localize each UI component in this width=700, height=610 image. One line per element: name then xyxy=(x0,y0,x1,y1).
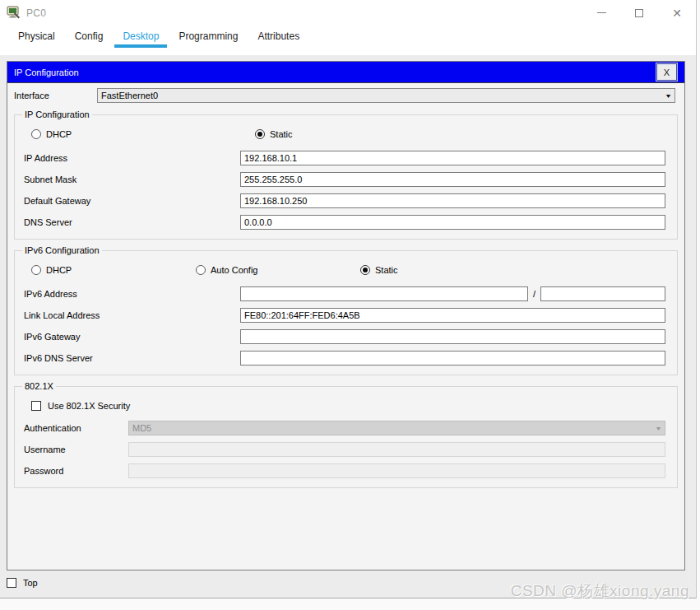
password-input xyxy=(128,463,665,478)
ipv6-gateway-label: IPv6 Gateway xyxy=(24,332,240,342)
close-icon: ✕ xyxy=(672,7,682,19)
ip-address-input[interactable] xyxy=(240,151,665,165)
tab-attributes[interactable]: Attributes xyxy=(248,26,309,48)
dns-server-input[interactable] xyxy=(240,215,665,230)
radio-dhcp-control[interactable] xyxy=(31,129,41,139)
authentication-row: Authentication MD5 ▼ xyxy=(15,417,671,439)
ip-address-label: IP Address xyxy=(24,153,240,163)
ipv6-configuration-group: IPv6 Configuration DHCP Auto Config S xyxy=(14,245,678,375)
password-row: Password xyxy=(15,460,671,482)
maximize-icon xyxy=(635,9,643,17)
ipv6-prefix-input[interactable] xyxy=(540,286,665,301)
dialog-body: Interface FastEthernet0 ▼ IP Configurati… xyxy=(7,83,684,488)
default-gateway-row: Default Gateway xyxy=(15,190,671,212)
top-checkbox-row[interactable]: Top xyxy=(7,578,38,588)
radio-static[interactable]: Static xyxy=(255,124,293,144)
username-label: Username xyxy=(24,445,128,454)
radio-dhcp[interactable]: DHCP xyxy=(31,124,72,144)
radio-ipv6-autoconfig-control[interactable] xyxy=(196,265,206,275)
ipv6-prefix-separator: / xyxy=(533,289,535,299)
minimize-button[interactable] xyxy=(582,0,620,26)
ipv6-dns-server-label: IPv6 DNS Server xyxy=(24,353,240,363)
ipv6-dns-server-row: IPv6 DNS Server xyxy=(15,347,671,369)
dot1x-group: 802.1X Use 802.1X Security Authenticatio… xyxy=(14,381,678,488)
dot1x-security-label: Use 802.1X Security xyxy=(48,401,130,411)
link-local-address-label: Link Local Address xyxy=(24,310,240,320)
tab-config[interactable]: Config xyxy=(65,26,114,48)
ip-address-row: IP Address xyxy=(15,147,671,169)
ipv6-address-label: IPv6 Address xyxy=(24,289,240,299)
maximize-button[interactable] xyxy=(620,0,658,26)
dns-server-label: DNS Server xyxy=(24,217,240,227)
dot1x-security-checkbox[interactable] xyxy=(31,401,41,411)
ip-radio-row: DHCP Static xyxy=(24,124,671,144)
desktop-content: IP Configuration X Interface FastEtherne… xyxy=(0,55,696,598)
ipv6-configuration-legend: IPv6 Configuration xyxy=(22,245,102,255)
top-checkbox[interactable] xyxy=(7,578,16,588)
ip-configuration-legend: IP Configuration xyxy=(22,109,92,119)
radio-ipv6-static[interactable]: Static xyxy=(360,260,398,280)
pc-device-icon xyxy=(7,6,21,20)
username-row: Username xyxy=(15,439,671,460)
password-label: Password xyxy=(24,466,128,476)
tab-physical[interactable]: Physical xyxy=(8,26,65,48)
dialog-close-button[interactable]: X xyxy=(656,63,677,81)
ipv6-radio-row: DHCP Auto Config Static xyxy=(24,260,671,280)
tab-desktop[interactable]: Desktop xyxy=(113,26,169,48)
radio-static-control[interactable] xyxy=(255,129,265,139)
radio-ipv6-dhcp[interactable]: DHCP xyxy=(31,260,72,280)
radio-ipv6-autoconfig[interactable]: Auto Config xyxy=(196,260,257,280)
radio-ipv6-dhcp-control[interactable] xyxy=(31,265,41,275)
dns-server-row: DNS Server xyxy=(15,212,671,233)
authentication-dropdown-value: MD5 xyxy=(132,423,151,433)
radio-ipv6-static-control[interactable] xyxy=(360,265,370,275)
ip-configuration-dialog: IP Configuration X Interface FastEtherne… xyxy=(7,61,685,570)
ipv6-address-input[interactable] xyxy=(240,286,528,301)
subnet-mask-row: Subnet Mask xyxy=(15,169,671,190)
interface-row: Interface FastEthernet0 ▼ xyxy=(7,86,684,105)
dialog-title: IP Configuration xyxy=(7,68,79,77)
chevron-down-icon: ▼ xyxy=(665,93,672,99)
subnet-mask-input[interactable] xyxy=(240,172,665,187)
link-local-address-input[interactable] xyxy=(240,308,665,323)
device-window: PC0 ✕ Physical Config Desktop Programmin… xyxy=(0,0,697,598)
interface-dropdown-value: FastEthernet0 xyxy=(101,91,158,100)
authentication-label: Authentication xyxy=(24,423,128,433)
ipv6-dns-server-input[interactable] xyxy=(240,351,665,366)
default-gateway-input[interactable] xyxy=(240,193,665,208)
window-controls: ✕ xyxy=(582,0,696,26)
dialog-titlebar[interactable]: IP Configuration X xyxy=(7,62,684,83)
window-titlebar: PC0 ✕ xyxy=(0,0,696,26)
username-input xyxy=(128,442,665,457)
interface-dropdown[interactable]: FastEthernet0 ▼ xyxy=(97,88,675,103)
dot1x-security-checkbox-row[interactable]: Use 802.1X Security xyxy=(31,397,671,415)
authentication-dropdown: MD5 ▼ xyxy=(128,421,665,435)
dot1x-legend: 802.1X xyxy=(22,381,56,391)
subnet-mask-label: Subnet Mask xyxy=(24,175,240,184)
device-tabbar: Physical Config Desktop Programming Attr… xyxy=(0,26,696,48)
top-checkbox-label: Top xyxy=(23,578,38,588)
minimize-icon xyxy=(597,12,606,13)
chevron-down-icon: ▼ xyxy=(655,426,662,431)
default-gateway-label: Default Gateway xyxy=(24,196,240,206)
ipv6-gateway-row: IPv6 Gateway xyxy=(15,326,671,347)
close-window-button[interactable]: ✕ xyxy=(658,0,696,26)
interface-label: Interface xyxy=(14,91,97,100)
ipv6-address-row: IPv6 Address / xyxy=(15,283,671,305)
window-title: PC0 xyxy=(26,7,46,19)
tab-programming[interactable]: Programming xyxy=(169,26,248,48)
link-local-address-row: Link Local Address xyxy=(15,305,671,326)
ip-configuration-group: IP Configuration DHCP Static IP Address xyxy=(14,109,678,240)
ipv6-gateway-input[interactable] xyxy=(240,329,665,344)
